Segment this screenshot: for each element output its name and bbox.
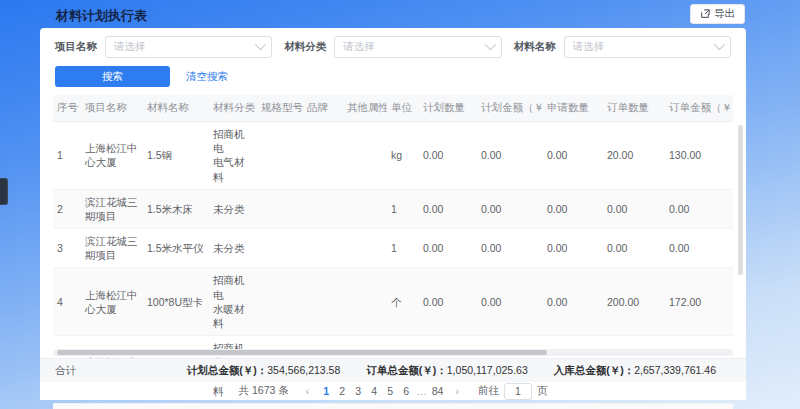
vertical-scrollbar[interactable] bbox=[738, 125, 743, 275]
table-cell bbox=[303, 122, 343, 190]
summary-item: 订单总金额(￥)：1,050,117,025.63 bbox=[366, 364, 527, 378]
table-cell bbox=[343, 122, 387, 190]
table-cell: 4 bbox=[53, 268, 81, 336]
table-cell: 滨江花城三期项目 bbox=[81, 189, 143, 228]
table-row[interactable]: 2滨江花城三期项目1.5米木床未分类10.000.000.000.000.00 bbox=[53, 189, 733, 228]
table-cell: 0.00 bbox=[477, 189, 543, 228]
filter-select-1[interactable]: 请选择 bbox=[334, 36, 501, 58]
table-cell: 1.5钢 bbox=[143, 122, 209, 190]
top-bar: 材料计划执行表 导出 bbox=[0, 0, 800, 28]
table-cell bbox=[257, 229, 303, 268]
pagination-total: 共 1673 条 bbox=[239, 384, 289, 398]
table-cell bbox=[257, 122, 303, 190]
table-cell: 滨江花城三期项目 bbox=[81, 229, 143, 268]
page-button-84[interactable]: 84 bbox=[429, 385, 447, 397]
goto-suffix: 页 bbox=[537, 384, 548, 398]
select-placeholder: 请选择 bbox=[573, 40, 605, 54]
page-button-3[interactable]: 3 bbox=[350, 385, 366, 397]
table-row[interactable]: 4上海松江中心大厦100*8U型卡招商机电 水暖材料个0.000.000.002… bbox=[53, 268, 733, 336]
page-title: 材料计划执行表 bbox=[56, 7, 147, 25]
goto-label: 前往 bbox=[478, 384, 499, 398]
summary-row: 合计 计划总金额(￥)：354,566,213.58订单总金额(￥)：1,050… bbox=[40, 358, 746, 382]
horizontal-scrollbar-track[interactable] bbox=[53, 349, 733, 356]
page-button-5[interactable]: 5 bbox=[382, 385, 398, 397]
summary-label: 合计 bbox=[55, 364, 76, 378]
summary-item-value: 1,050,117,025.63 bbox=[447, 364, 528, 376]
page-button-4[interactable]: 4 bbox=[366, 385, 382, 397]
filter-select-0[interactable]: 请选择 bbox=[105, 36, 272, 58]
page-button-6[interactable]: 6 bbox=[398, 385, 414, 397]
chevron-down-icon bbox=[484, 38, 495, 49]
table-cell bbox=[343, 229, 387, 268]
summary-item-label: 订单总金额(￥)： bbox=[366, 364, 447, 376]
table-cell: 上海松江中心大厦 bbox=[81, 122, 143, 190]
table-cell: 太空电梯-月球项目 bbox=[81, 403, 143, 409]
table-cell: 200.00 bbox=[603, 268, 665, 336]
select-placeholder: 请选择 bbox=[343, 40, 375, 54]
table-cell: 11 bbox=[257, 403, 303, 409]
table-header-row: 序号项目名称材料名称材料分类规格型号品牌其他属性单位计划数量计划金额（￥）申请数… bbox=[53, 95, 733, 122]
page-button-1[interactable]: 1 bbox=[318, 385, 334, 397]
table-cell: 3 bbox=[53, 229, 81, 268]
table-cell bbox=[303, 229, 343, 268]
table-cell: 0.00 bbox=[419, 229, 477, 268]
table-cell: 172.00 bbox=[665, 268, 733, 336]
summary-item-value: 354,566,213.58 bbox=[267, 364, 340, 376]
table-cell: 20.00 bbox=[603, 122, 665, 190]
table-cell: 1.5米水平仪 bbox=[143, 229, 209, 268]
column-header: 材料名称 bbox=[143, 95, 209, 122]
table-cell: 上海松江中心大厦 bbox=[81, 268, 143, 336]
column-header: 单位 bbox=[387, 95, 419, 122]
column-header: 材料分类 bbox=[209, 95, 257, 122]
search-button[interactable]: 搜索 bbox=[55, 66, 170, 87]
table-cell: 22.00 bbox=[603, 403, 665, 409]
horizontal-scrollbar-thumb[interactable] bbox=[57, 350, 547, 355]
filter-label: 项目名称 bbox=[55, 40, 97, 54]
page-ellipsis[interactable]: … bbox=[414, 385, 429, 397]
pagination: 共 1673 条 ‹ 123456…84 › 前往 页 bbox=[40, 382, 746, 400]
table-row[interactable]: 3滨江花城三期项目1.5米水平仪未分类10.000.000.000.000.00 bbox=[53, 229, 733, 268]
table-cell: 0.00 bbox=[419, 122, 477, 190]
summary-item: 入库总金额(￥)：2,657,339,761.46 bbox=[554, 364, 716, 378]
table-cell: 0.00 bbox=[419, 268, 477, 336]
table-cell: 网线 bbox=[209, 403, 257, 409]
content-card: 项目名称请选择材料分类请选择材料名称请选择 搜索 清空搜索 序号项目名称材料名称… bbox=[40, 28, 746, 400]
table-cell: 0.00 bbox=[543, 229, 603, 268]
column-header: 规格型号 bbox=[257, 95, 303, 122]
table-cell bbox=[343, 189, 387, 228]
export-button[interactable]: 导出 bbox=[690, 4, 745, 24]
table-cell: 招商机电 水暖材料 bbox=[209, 268, 257, 336]
table-row[interactable]: 1上海松江中心大厦1.5钢招商机电 电气材料kg0.000.000.0020.0… bbox=[53, 122, 733, 190]
filter-label: 材料分类 bbox=[284, 40, 326, 54]
column-header: 其他属性 bbox=[343, 95, 387, 122]
select-placeholder: 请选择 bbox=[114, 40, 146, 54]
summary-item-label: 计划总金额(￥)： bbox=[187, 364, 268, 376]
table-cell: 0.00 bbox=[543, 189, 603, 228]
table-row[interactable]: 6太空电梯-月球项目111网线11110.000.0022.0022.00118… bbox=[53, 403, 733, 409]
table-cell: 0.00 bbox=[543, 268, 603, 336]
page-buttons: 123456…84 bbox=[318, 385, 446, 397]
table-cell: 0.00 bbox=[477, 268, 543, 336]
filter-select-2[interactable]: 请选择 bbox=[564, 36, 731, 58]
page-button-2[interactable]: 2 bbox=[334, 385, 350, 397]
table-cell bbox=[303, 403, 343, 409]
column-header: 项目名称 bbox=[81, 95, 143, 122]
table-cell bbox=[343, 403, 387, 409]
summary-item-value: 2,657,339,761.46 bbox=[634, 364, 716, 376]
table-cell bbox=[257, 268, 303, 336]
clear-search-link[interactable]: 清空搜索 bbox=[186, 70, 228, 84]
table-cell bbox=[257, 189, 303, 228]
table-cell bbox=[303, 268, 343, 336]
goto-page-input[interactable] bbox=[504, 383, 532, 400]
table-cell: 0.00 bbox=[603, 189, 665, 228]
action-row: 搜索 清空搜索 bbox=[40, 64, 746, 95]
table-cell: 未分类 bbox=[209, 189, 257, 228]
column-header: 申请数量 bbox=[543, 95, 603, 122]
next-page-button[interactable]: › bbox=[450, 385, 464, 397]
export-button-label: 导出 bbox=[714, 7, 735, 21]
column-header: 订单数量 bbox=[603, 95, 665, 122]
sidebar-collapsed-handle[interactable] bbox=[0, 178, 8, 205]
prev-page-button[interactable]: ‹ bbox=[301, 385, 315, 397]
table-cell: 0.00 bbox=[477, 122, 543, 190]
table-cell: kg bbox=[387, 122, 419, 190]
